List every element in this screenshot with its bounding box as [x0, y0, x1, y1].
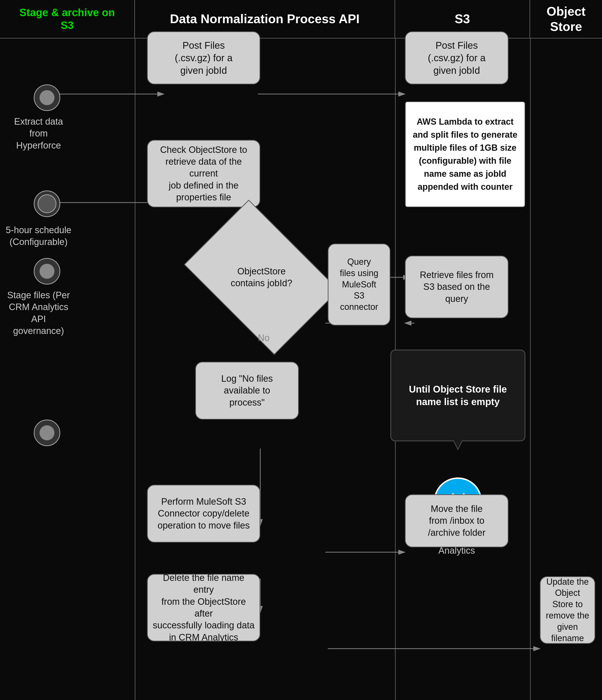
log-no-files-box: Log "No filesavailable toprocess" [195, 362, 299, 420]
col3-header: S3 [455, 11, 470, 26]
extract-label: Extract data fromHyperforce [5, 116, 72, 151]
extract-circle [34, 84, 60, 111]
delete-entry-box: Delete the file name entryfrom the Objec… [147, 574, 260, 642]
aws-lambda-text: AWS Lambda to extract and split files to… [412, 115, 519, 193]
retrieve-files-box: Retrieve files fromS3 based on thequery [405, 256, 508, 318]
col2-header: Data Normalization Process API [170, 11, 360, 26]
objectstore-diamond: ObjectStorecontains jobId? [198, 231, 325, 323]
diamond-label: ObjectStorecontains jobId? [198, 231, 325, 323]
perform-mulesoft-box: Perform MuleSoft S3Connector copy/delete… [147, 485, 260, 543]
extract-circle-inner [40, 90, 54, 105]
col-stage-archive: Stage & archive on S3 [0, 0, 135, 38]
log-circle [34, 420, 60, 446]
until-loop-bubble: Until Object Store file name list is emp… [390, 350, 525, 441]
col4-header: Object Store [535, 4, 597, 34]
divider-1 [135, 39, 135, 700]
divider-3 [530, 39, 531, 700]
column-headers: Stage & archive on S3 Data Normalization… [0, 0, 602, 39]
no-label: No [258, 333, 270, 343]
schedule-label: 5-hour schedule(Configurable) [5, 224, 72, 248]
col-object-store: Object Store [530, 0, 602, 38]
query-files-box: Queryfiles usingMuleSoftS3connector [328, 244, 390, 326]
check-objectstore-box: Check ObjectStore toretrieve data of the… [147, 140, 260, 207]
post-files-api-box: Post Files(.csv.gz) for agiven jobId [147, 31, 260, 84]
stage-circle-inner [40, 264, 54, 279]
log-circle-inner [40, 425, 54, 440]
stage-circle [34, 258, 60, 284]
diagram-container: Stage & archive on S3 Data Normalization… [0, 0, 602, 700]
schedule-circle [34, 191, 60, 217]
post-files-s3-box: Post Files(.csv.gz) for agiven jobId [405, 31, 508, 84]
col1-header: Stage & archive on S3 [19, 6, 115, 32]
stage-files-label: Stage files (PerCRM Analytics APIgoverna… [5, 289, 72, 337]
aws-lambda-box: AWS Lambda to extract and split files to… [405, 101, 525, 207]
move-file-box: Move the filefrom /inbox to/archive fold… [405, 494, 508, 547]
update-object-store-box: Update theObject Store toremove the give… [540, 576, 595, 644]
schedule-circle-inner [37, 194, 56, 213]
